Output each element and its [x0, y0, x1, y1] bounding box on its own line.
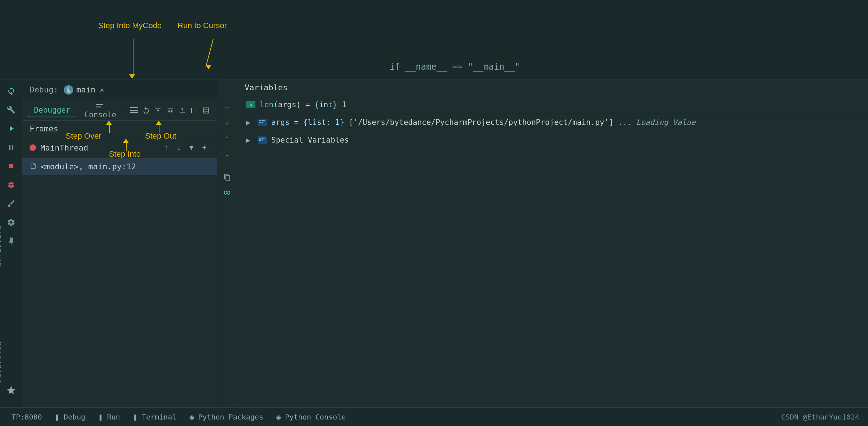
copy-vars-button[interactable]	[220, 170, 234, 184]
sidebar-icon-paint[interactable]	[3, 196, 19, 212]
sidebar-icon-pause[interactable]	[3, 139, 19, 155]
var-args-text: args = {list: 1} ['/Users/bytedance/Pych…	[271, 118, 696, 127]
svg-rect-4	[130, 107, 138, 108]
svg-rect-13	[259, 138, 261, 139]
svg-rect-2	[96, 106, 101, 107]
expand-vars-button[interactable]: +	[220, 116, 234, 130]
thread-add-button[interactable]: +	[199, 142, 210, 154]
favorites-label: Favorites	[0, 341, 3, 383]
var-row-special[interactable]: ▶ Special Variables	[237, 131, 868, 149]
list-view-button[interactable]	[129, 104, 140, 117]
debug-label: Debug:	[30, 85, 58, 94]
thread-up-button[interactable]: ↑	[161, 142, 171, 154]
thread-controls: ↑ ↓ ▾ +	[161, 142, 210, 154]
thread-more-button[interactable]: ▾	[187, 142, 196, 154]
collapse-vars-button[interactable]: −	[220, 101, 234, 115]
structure-label: Structure	[0, 225, 3, 267]
debug-panel: Debug: 🐍 main × Debugger Console	[22, 79, 217, 426]
sidebar-left: Structure Favorites	[0, 79, 22, 426]
frame-text: <module>, main.py:12	[40, 162, 136, 171]
var-row-args[interactable]: ▶ args = {list: 1} ['/Users/bytedance/Py…	[237, 114, 868, 131]
svg-rect-0	[9, 164, 13, 168]
var-len-text: len(args) = {int} 1	[260, 100, 346, 109]
console-tab[interactable]: Console	[78, 100, 123, 121]
thread-row: MainThread ↑ ↓ ▾ +	[22, 137, 217, 158]
bottom-bar: TP:8080 ❚ Debug ❚ Run ❚ Terminal ◉ Pytho…	[0, 407, 868, 426]
bottom-tab-python-console[interactable]: ◉ Python Console	[273, 411, 349, 423]
toolbar: Debugger Console	[22, 100, 217, 121]
debug-header: Debug: 🐍 main ×	[22, 79, 217, 100]
frames-section: Frames MainThread ↑ ↓ ▾ + <module>, ma	[22, 121, 217, 426]
frames-header: Frames	[22, 121, 217, 137]
toolbar-wrapper: Debugger Console	[22, 100, 217, 121]
svg-rect-1	[96, 104, 103, 105]
bottom-tab-debug[interactable]: ❚ Debug	[52, 411, 88, 423]
sidebar-icon-bug[interactable]	[3, 177, 19, 193]
star-icon[interactable]	[6, 385, 16, 397]
thread-down-button[interactable]: ↓	[174, 142, 184, 154]
variables-header: Variables	[237, 79, 868, 96]
sidebar-icon-play[interactable]	[3, 121, 19, 136]
table-view-button[interactable]	[201, 104, 211, 117]
svg-rect-7	[144, 113, 149, 113]
var-special-text: Special Variables	[271, 136, 349, 144]
bottom-tab-port[interactable]: TP:8080	[9, 411, 45, 423]
svg-rect-10	[263, 120, 265, 121]
svg-rect-9	[262, 120, 263, 121]
svg-rect-15	[263, 138, 265, 139]
bottom-tabs: TP:8080 ❚ Debug ❚ Run ❚ Terminal ◉ Pytho…	[9, 411, 349, 423]
var-special-icon	[258, 136, 267, 144]
bottom-tab-terminal[interactable]: ❚ Terminal	[130, 411, 179, 423]
sidebar-icon-settings[interactable]	[3, 214, 19, 230]
debugger-tab[interactable]: Debugger	[28, 104, 76, 117]
var-expand-special[interactable]: ▶	[246, 136, 250, 144]
python-icon: 🐍	[64, 85, 73, 95]
attribution: CSDN @EthanYue1024	[781, 413, 859, 421]
svg-rect-3	[96, 108, 102, 108]
svg-rect-16	[259, 139, 261, 141]
sidebar-icon-wrench[interactable]	[3, 102, 19, 118]
thread-dot	[30, 144, 36, 151]
step-over-button[interactable]	[141, 104, 152, 117]
svg-rect-11	[259, 122, 261, 123]
debug-tab-close[interactable]: ×	[100, 86, 104, 94]
svg-rect-12	[262, 122, 263, 123]
down-vars-button[interactable]: ↓	[220, 147, 234, 160]
frame-module-icon	[30, 162, 37, 171]
main-container: Structure Favorites Debug: 🐍 main × Debu…	[0, 79, 868, 426]
var-int-icon: ω	[246, 101, 255, 108]
svg-rect-5	[130, 110, 138, 111]
svg-rect-8	[259, 120, 261, 121]
sidebar-icon-stop[interactable]	[3, 158, 19, 174]
svg-rect-6	[130, 112, 138, 113]
sidebar-icon-pin[interactable]	[3, 233, 19, 249]
svg-rect-14	[262, 138, 263, 139]
editor-code-line: if __name__ == "__main__"	[390, 62, 520, 72]
editor-area: if __name__ == "__main__"	[0, 0, 868, 79]
step-into-mycode-button[interactable]	[165, 104, 175, 117]
step-out-button[interactable]	[177, 104, 187, 117]
bottom-tab-python-packages[interactable]: ◉ Python Packages	[187, 411, 266, 423]
variables-label: Variables	[245, 83, 288, 92]
step-into-button[interactable]	[153, 104, 163, 117]
up-vars-button[interactable]: ↑	[220, 131, 234, 145]
svg-rect-17	[262, 139, 263, 141]
var-row-len: ω len(args) = {int} 1	[237, 96, 868, 114]
debug-tab[interactable]: 🐍 main ×	[64, 85, 104, 95]
infinite-vars-button[interactable]: ∞	[220, 186, 234, 199]
right-controls: − + ↑ ↓ ∞	[217, 79, 237, 426]
var-list-icon	[258, 119, 267, 126]
sidebar-icon-refresh[interactable]	[3, 83, 19, 99]
bottom-tab-run[interactable]: ❚ Run	[96, 411, 123, 423]
var-expand-args[interactable]: ▶	[246, 118, 250, 127]
run-to-cursor-button[interactable]	[189, 104, 199, 117]
toolbar-sep-1	[126, 105, 126, 116]
variables-panel: Variables ω len(args) = {int} 1 ▶ args =…	[237, 79, 868, 426]
debug-tab-name: main	[76, 85, 95, 94]
frames-label: Frames	[30, 124, 58, 133]
frame-row[interactable]: <module>, main.py:12	[22, 158, 217, 175]
thread-name: MainThread	[40, 143, 157, 152]
